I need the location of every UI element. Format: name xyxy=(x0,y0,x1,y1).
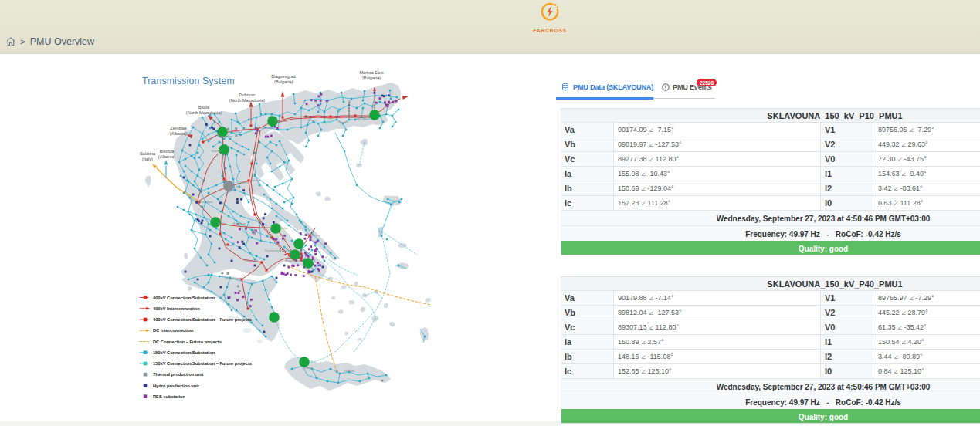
svg-text:Transmission System: Transmission System xyxy=(142,76,235,86)
svg-text:Bitola: Bitola xyxy=(198,105,210,110)
svg-text:Argyroupoli: Argyroupoli xyxy=(285,259,302,262)
svg-text:Agiasolo: Agiasolo xyxy=(228,130,241,134)
svg-text:Dubrovo: Dubrovo xyxy=(239,93,255,97)
svg-text:RES substation: RES substation xyxy=(153,394,186,399)
svg-text:Amyntaio: Amyntaio xyxy=(219,134,233,138)
svg-text:(Albania): (Albania) xyxy=(158,154,176,159)
svg-text:Platos: Platos xyxy=(224,243,233,247)
svg-text:Koumoundourou: Koumoundourou xyxy=(265,248,290,252)
svg-text:Salatina: Salatina xyxy=(140,151,156,156)
svg-text:(Italy): (Italy) xyxy=(142,157,153,161)
svg-text:Kalasheri: Kalasheri xyxy=(244,259,258,262)
svg-text:Kavala: Kavala xyxy=(338,120,349,124)
svg-text:Larissa: Larissa xyxy=(250,178,261,182)
svg-text:Trikala: Trikala xyxy=(239,181,249,184)
svg-text:DC Connection – Future project: DC Connection – Future projects xyxy=(153,340,222,344)
svg-text:Blagoevgrad: Blagoevgrad xyxy=(271,74,295,79)
svg-text:Filippi: Filippi xyxy=(307,118,316,122)
svg-text:400kV Connection/Substation: 400kV Connection/Substation xyxy=(153,296,215,300)
svg-text:150kV Connection/Substation: 150kV Connection/Substation xyxy=(153,350,215,355)
svg-text:Trikala: Trikala xyxy=(217,221,227,225)
svg-text:150kV Connection/Substation –: 150kV Connection/Substation – Future pro… xyxy=(153,361,252,366)
svg-text:(Albania): (Albania) xyxy=(170,131,188,136)
svg-text:(Bulgaria): (Bulgaria) xyxy=(362,76,381,80)
svg-text:Iro: Iro xyxy=(236,184,240,188)
svg-text:Aliveri: Aliveri xyxy=(311,233,320,237)
svg-text:Arachthos: Arachthos xyxy=(198,200,212,204)
svg-text:Xanthi: Xanthi xyxy=(357,117,366,121)
svg-text:Chania: Chania xyxy=(302,366,313,370)
svg-text:(Bulgaria): (Bulgaria) xyxy=(274,79,293,84)
svg-text:Thessaloniki: Thessaloniki xyxy=(254,126,273,130)
svg-text:Hydro production unit: Hydro production unit xyxy=(153,384,199,388)
svg-text:Thermal production unit: Thermal production unit xyxy=(153,372,204,377)
svg-text:Maritsa East: Maritsa East xyxy=(359,70,384,75)
svg-text:Megalopoli: Megalopoli xyxy=(226,276,242,280)
svg-text:Lamia: Lamia xyxy=(261,225,270,229)
svg-text:Karditsa: Karditsa xyxy=(233,221,246,225)
svg-text:Zemblak: Zemblak xyxy=(170,126,187,130)
svg-text:Irakleio: Irakleio xyxy=(344,369,354,373)
svg-text:Kardia: Kardia xyxy=(212,149,222,153)
svg-text:Lagadas: Lagadas xyxy=(275,119,288,123)
svg-text:(North Macedonia): (North Macedonia) xyxy=(186,110,222,115)
svg-text:400kV Connection/Substation –: 400kV Connection/Substation – Future pro… xyxy=(153,317,252,322)
svg-text:400kV Interconnection: 400kV Interconnection xyxy=(153,306,200,311)
svg-text:Livrio: Livrio xyxy=(280,226,288,230)
svg-text:DC Interconnection: DC Interconnection xyxy=(153,328,194,333)
svg-text:Bistrica: Bistrica xyxy=(160,149,175,154)
svg-text:(North Macedonia): (North Macedonia) xyxy=(229,98,265,103)
